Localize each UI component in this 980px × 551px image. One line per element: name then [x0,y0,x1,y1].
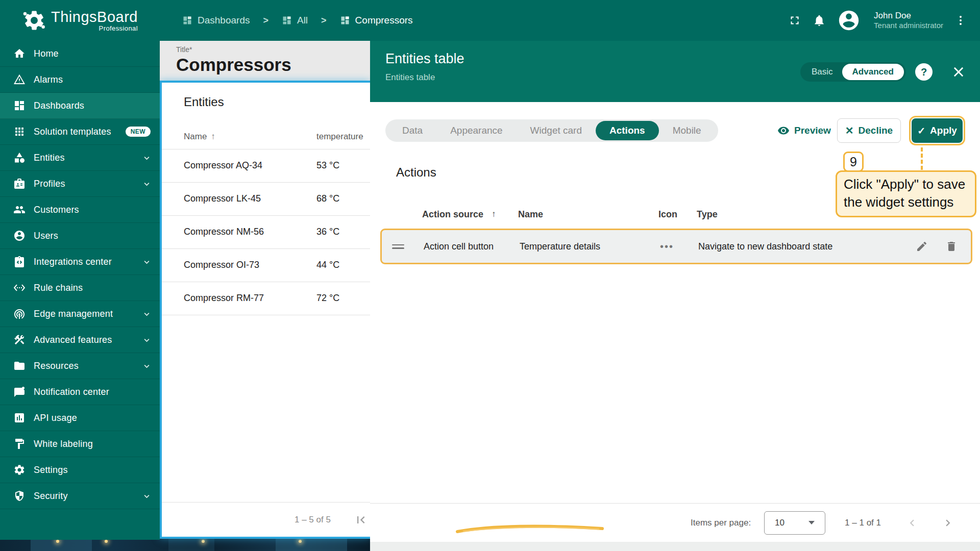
chevron-down-icon [143,180,151,188]
sidebar-item-home[interactable]: Home [0,41,160,67]
user-name: John Doe [874,10,943,21]
table-row[interactable]: Compressor LK-45 68 °C [162,182,370,215]
users-account-icon [13,230,26,242]
delete-trash-icon[interactable] [945,240,958,253]
table-row[interactable]: Compressor NM-56 36 °C [162,215,370,248]
widget-page-range: 1 – 5 of 5 [295,515,331,525]
sidebar-item-notification-center[interactable]: Notification center [0,379,160,405]
notifications-bell-icon[interactable] [813,14,826,27]
new-badge: NEW [126,127,151,137]
tab-appearance[interactable]: Appearance [436,121,516,140]
tab-mobile[interactable]: Mobile [659,121,715,140]
toggle-basic[interactable]: Basic [802,64,842,80]
sidebar-item-alarms[interactable]: Alarms [0,67,160,93]
edit-pencil-icon[interactable] [916,240,928,253]
sidebar-item-entities[interactable]: Entities [0,145,160,171]
check-icon: ✓ [917,125,925,137]
table-row[interactable]: Compressor RM-77 72 °C [162,282,370,315]
preview-button[interactable]: Preview [777,124,831,137]
sidebar-item-api-usage[interactable]: API usage [0,405,160,431]
user-info[interactable]: John Doe Tenant administrator [874,10,943,31]
table-row[interactable]: Compressor AQ-34 53 °C [162,149,370,182]
items-per-page-select[interactable]: 10 [764,511,825,535]
eye-icon [777,124,790,137]
tab-data[interactable]: Data [388,121,436,140]
white-labeling-paint-icon [13,438,26,450]
breadcrumb-label: Dashboards [198,15,250,26]
dashboards-icon [13,99,26,112]
user-role: Tenant administrator [874,21,943,31]
integrations-icon [13,256,26,268]
chevron-down-icon [143,154,151,162]
column-header-temperature[interactable]: temperature [316,132,363,142]
customers-people-icon [13,204,26,216]
brand-logo[interactable]: ThingsBoard Professional [0,0,160,41]
kebab-menu-icon[interactable] [954,14,967,27]
previous-page-icon[interactable] [905,516,919,530]
settings-tabs: Data Appearance Widget card Actions Mobi… [385,119,718,142]
chevron-down-icon [143,336,151,344]
breadcrumb-label: All [297,15,308,26]
chevron-down-icon [143,310,151,318]
header-icon[interactable]: Icon [658,209,697,220]
title-field-label: Title* [176,45,370,54]
panel-title: Entities table [385,51,464,67]
annotation-tooltip: Click "Apply" to save the widget setting… [836,170,976,217]
breadcrumb-separator: > [263,15,268,26]
sort-ascending-icon: ↑ [211,132,215,141]
sidebar-item-solution-templates[interactable]: Solution templates NEW [0,119,160,145]
settings-gear-icon [13,464,26,476]
close-icon[interactable] [950,63,967,81]
annotation-connector-line [921,147,923,170]
column-header-name[interactable]: Name↑ [184,132,215,142]
breadcrumb-dashboards[interactable]: Dashboards [182,15,250,26]
annotation-step-badge: 9 [843,152,864,172]
actions-section-title: Actions [396,165,436,180]
sidebar-item-users[interactable]: Users [0,223,160,249]
fullscreen-icon[interactable] [788,14,801,27]
tab-actions[interactable]: Actions [596,121,659,140]
sort-ascending-icon: ↑ [492,209,496,219]
panel-header: Entities table Entities table Basic Adva… [370,41,980,102]
table-row[interactable]: Compressor OI-73 44 °C [162,248,370,282]
sidebar-item-customers[interactable]: Customers [0,197,160,223]
sidebar-item-settings[interactable]: Settings [0,457,160,483]
tab-widget-card[interactable]: Widget card [517,121,596,140]
header-action-source[interactable]: Action source ↑ [422,209,518,220]
dashboard-title-input[interactable]: Title* Compressors [160,41,370,81]
sidebar-item-edge-management[interactable]: Edge management [0,301,160,327]
help-icon[interactable]: ? [915,63,933,81]
action-name-cell: Temperature details [520,241,660,252]
sidebar-item-advanced-features[interactable]: Advanced features [0,327,160,353]
resources-folder-icon [13,360,26,372]
sidebar-item-rule-chains[interactable]: Rule chains [0,275,160,301]
home-icon [13,47,26,60]
widget-title: Entities [184,95,224,109]
apply-button[interactable]: ✓ Apply [912,118,963,143]
breadcrumb: Dashboards > All > Compressors [182,15,413,26]
user-avatar[interactable] [837,9,861,32]
sidebar-item-profiles[interactable]: Profiles [0,171,160,197]
next-page-icon[interactable] [941,516,954,530]
action-row-highlighted[interactable]: Action cell button Temperature details •… [380,229,972,264]
sidebar-item-security[interactable]: Security [0,483,160,509]
breadcrumb-separator: > [321,15,327,26]
header-name[interactable]: Name [518,209,658,220]
breadcrumb-compressors[interactable]: Compressors [340,15,413,26]
decline-button[interactable]: ✕ Decline [837,118,901,143]
api-usage-chart-icon [13,412,26,424]
alarms-warning-icon [13,73,26,86]
sidebar-item-dashboards[interactable]: Dashboards [0,93,160,119]
drag-handle-icon[interactable] [392,242,404,251]
x-icon: ✕ [845,124,854,137]
entities-icon [13,152,26,164]
toggle-advanced[interactable]: Advanced [842,64,904,80]
dashboard-edit-canvas: Title* Compressors Entities Name↑ temper… [160,41,370,551]
breadcrumb-all[interactable]: All [282,15,308,26]
entities-table-widget[interactable]: Entities Name↑ temperature Compressor AQ… [160,81,370,539]
first-page-icon[interactable] [354,513,368,527]
sidebar-item-resources[interactable]: Resources [0,353,160,379]
sidebar-item-integrations-center[interactable]: Integrations center [0,249,160,275]
notification-center-icon [13,386,26,398]
sidebar-item-white-labeling[interactable]: White labeling [0,431,160,457]
